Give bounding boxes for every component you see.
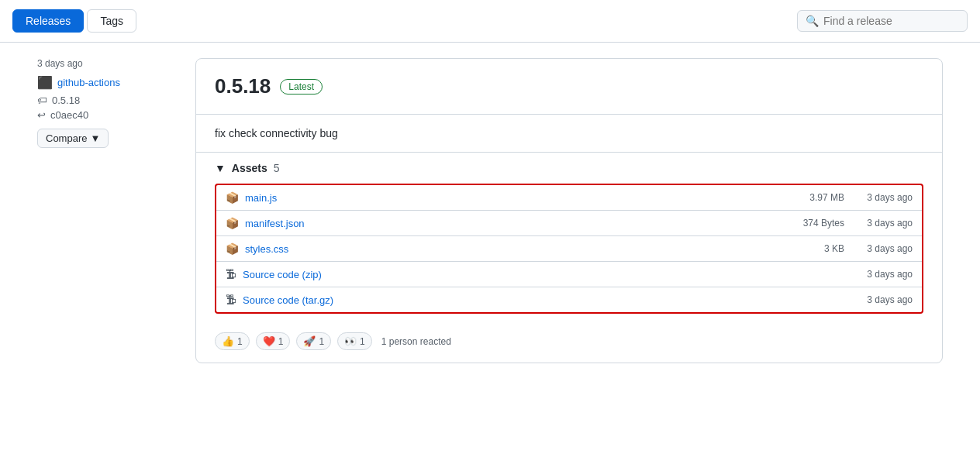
asset-link[interactable]: manifest.json [245, 218, 776, 229]
author-name[interactable]: github-actions [57, 77, 120, 88]
chevron-down-icon: ▼ [90, 132, 100, 144]
sidebar: 3 days ago ⬛ github-actions 🏷 0.5.18 ↩ c… [25, 58, 195, 363]
release-author: ⬛ github-actions [37, 75, 183, 90]
rocket-icon: 🚀 [303, 335, 316, 347]
assets-count: 5 [274, 162, 280, 174]
eyes-count: 1 [360, 336, 365, 347]
tag-icon: 🏷 [37, 95, 47, 106]
nav-tabs: Releases Tags [12, 9, 136, 33]
file-icon: 📦 [226, 242, 239, 255]
asset-date: 3 days ago [851, 218, 913, 229]
asset-size: 3 KB [782, 243, 844, 254]
heart-icon: ❤️ [263, 335, 275, 347]
thumbs-up-count: 1 [237, 336, 243, 347]
release-description: fix check connectivity bug [196, 115, 942, 153]
search-icon: 🔍 [806, 15, 819, 27]
rocket-count: 1 [319, 336, 324, 347]
heart-reaction[interactable]: ❤️ 1 [256, 332, 291, 350]
eyes-icon: 👀 [344, 335, 357, 347]
asset-row: 🗜 Source code (tar.gz) 3 days ago [216, 287, 922, 312]
file-icon: 📦 [226, 217, 239, 229]
assets-list: 📦 main.js 3.97 MB 3 days ago 📦 manifest.… [215, 184, 923, 314]
reaction-summary: 1 person reacted [381, 336, 451, 347]
asset-row: 📦 styles.css 3 KB 3 days ago [216, 236, 922, 262]
main-content: 3 days ago ⬛ github-actions 🏷 0.5.18 ↩ c… [25, 43, 955, 379]
asset-link[interactable]: styles.css [245, 243, 776, 255]
thumbs-up-reaction[interactable]: 👍 1 [215, 332, 250, 350]
archive-icon: 🗜 [226, 268, 236, 280]
tag-value[interactable]: 0.5.18 [52, 95, 80, 106]
commit-hash[interactable]: c0aec40 [50, 109, 88, 121]
heart-count: 1 [278, 336, 284, 347]
reactions-bar: 👍 1 ❤️ 1 🚀 1 👀 1 1 person reacted [196, 323, 942, 363]
eyes-reaction[interactable]: 👀 1 [337, 332, 372, 350]
release-tag: 🏷 0.5.18 [37, 95, 183, 106]
asset-date: 3 days ago [851, 192, 913, 203]
asset-row: 📦 main.js 3.97 MB 3 days ago [216, 185, 922, 211]
asset-size: 3.97 MB [782, 192, 844, 203]
asset-size: 374 Bytes [782, 218, 844, 229]
assets-label: Assets [232, 162, 267, 174]
release-version: 0.5.18 [215, 74, 271, 98]
top-navigation: Releases Tags 🔍 [0, 0, 980, 43]
asset-date: 3 days ago [851, 243, 913, 254]
release-date: 3 days ago [37, 58, 183, 69]
release-card: 0.5.18 Latest fix check connectivity bug… [195, 58, 943, 363]
release-header: 0.5.18 Latest [196, 59, 942, 115]
file-icon: 📦 [226, 191, 239, 204]
asset-link[interactable]: Source code (tar.gz) [243, 294, 776, 306]
compare-button[interactable]: Compare ▼ [37, 129, 109, 148]
asset-date: 3 days ago [851, 294, 913, 305]
asset-row: 📦 manifest.json 374 Bytes 3 days ago [216, 211, 922, 236]
chevron-down-icon: ▼ [215, 162, 226, 174]
assets-section: ▼ Assets 5 📦 main.js 3.97 MB 3 days ago … [196, 153, 942, 323]
compare-label: Compare [46, 132, 87, 144]
release-commit: ↩ c0aec40 [37, 109, 183, 121]
commit-icon: ↩ [37, 109, 46, 121]
assets-header[interactable]: ▼ Assets 5 [215, 162, 923, 174]
github-actions-icon: ⬛ [37, 75, 53, 90]
search-box: 🔍 [797, 10, 968, 32]
search-input[interactable] [823, 15, 959, 27]
thumbs-up-icon: 👍 [222, 335, 234, 347]
rocket-reaction[interactable]: 🚀 1 [296, 332, 331, 350]
tags-tab[interactable]: Tags [87, 9, 136, 33]
latest-badge: Latest [280, 79, 323, 95]
archive-icon: 🗜 [226, 294, 236, 306]
asset-link[interactable]: Source code (zip) [243, 269, 776, 280]
asset-link[interactable]: main.js [245, 192, 776, 204]
releases-tab[interactable]: Releases [12, 9, 84, 33]
asset-row: 🗜 Source code (zip) 3 days ago [216, 262, 922, 287]
asset-date: 3 days ago [851, 269, 913, 280]
